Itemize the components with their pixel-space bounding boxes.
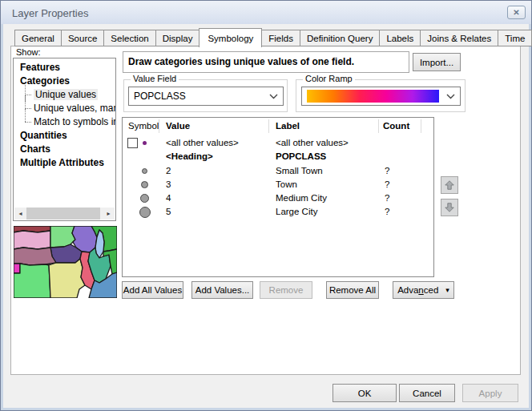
close-icon: ✕ [513,8,519,17]
point-symbol [139,207,151,218]
move-down-button[interactable] [441,199,458,216]
symbology-method-tree: Features Categories Unique values Unique… [13,58,116,221]
tree-item-multiple-attributes[interactable]: Multiple Attributes [14,156,115,170]
symbol-cell [134,191,155,205]
cell-count: ? [385,166,389,175]
move-up-button[interactable] [441,176,458,194]
point-symbol [141,181,148,188]
value-field-value: POPCLASS [134,91,186,102]
tree-item-features[interactable]: Features [14,61,115,75]
method-description: Draw categories using unique values of o… [123,51,409,73]
show-label: Show: [16,47,41,57]
tree-item-quantities[interactable]: Quantities [14,129,115,143]
tree-item-charts[interactable]: Charts [14,143,115,156]
advanced-label: Adva [397,285,418,295]
col-header-label: Label [276,121,300,131]
tree-horizontal-scrollbar[interactable]: ◂ ▸ [14,208,115,220]
tree-item-categories[interactable]: Categories [14,75,115,88]
tab-labels[interactable]: Labels [379,30,421,46]
apply-button[interactable]: Apply [462,384,518,402]
cell-value: 3 [166,179,171,189]
tab-joins-relates[interactable]: Joins & Relates [420,30,498,46]
scrollbar-thumb[interactable] [26,208,100,220]
remove-all-button[interactable]: Remove All [326,281,379,299]
add-values-button[interactable]: Add Values... [191,281,253,299]
value-field-label: Value Field [131,74,179,83]
state-shape [50,226,75,248]
cell-count: ? [385,179,389,189]
col-header-value: Value [166,121,190,131]
tab-time[interactable]: Time [498,30,532,46]
layer-preview-map [14,226,117,298]
table-row[interactable]: 2 Small Town ? [123,164,433,178]
cancel-button[interactable]: Cancel [399,384,455,402]
scroll-right-icon[interactable]: ▸ [103,210,115,217]
arrow-up-icon [444,179,455,191]
column-divider [159,119,159,133]
tab-bar: General Source Selection Display Symbolo… [14,28,532,46]
remove-button[interactable]: Remove [260,281,312,299]
all-other-values-symbol [143,141,147,145]
value-field-group: Value Field POPCLASS [123,79,288,112]
color-ramp-swatch [307,90,439,103]
cell-value: <all other values> [166,138,239,147]
state-shape [14,231,50,249]
color-ramp-group: Color Ramp [296,79,466,112]
color-ramp-label: Color Ramp [303,74,355,83]
tab-general[interactable]: General [14,30,62,46]
titlebar: Layer Properties ✕ [1,1,531,24]
chevron-down-icon [269,94,278,99]
tab-source[interactable]: Source [61,30,104,46]
tab-display[interactable]: Display [155,30,200,46]
scroll-left-icon[interactable]: ◂ [14,210,26,217]
table-row[interactable]: 4 Medium City ? [123,191,433,205]
advanced-button[interactable]: Advanced ▾ [393,281,454,299]
point-symbol [142,168,147,174]
symbology-tab-page: Show: Features Categories Unique values … [10,46,521,375]
tree-item-unique-values-many[interactable]: Unique values, many [14,102,115,115]
ok-button[interactable]: OK [332,384,397,402]
arrow-down-icon [444,202,455,213]
close-button[interactable]: ✕ [507,6,526,19]
symbol-cell [134,164,155,178]
table-row-all-other-values[interactable]: <all other values> <all other values> [123,136,433,150]
tab-selection[interactable]: Selection [103,30,155,46]
state-shape [14,248,56,265]
state-shape [14,264,20,273]
cell-value: 5 [166,207,171,216]
table-row[interactable]: 3 Town ? [123,178,433,191]
column-divider [421,119,421,133]
unique-values-table: Symbol Value Label Count <all other valu… [122,117,434,277]
cell-label: Medium City [276,193,327,203]
cell-count: ? [385,193,389,203]
caret-down-icon: ▾ [445,286,449,294]
column-divider [268,119,269,133]
add-all-values-button[interactable]: Add All Values [122,281,183,299]
cell-label: Large City [276,207,317,216]
symbol-cell [134,178,155,191]
cell-value: <Heading> [166,151,213,161]
state-shape [49,259,85,298]
tab-definition-query[interactable]: Definition Query [300,30,380,46]
table-row[interactable]: 5 Large City ? [123,205,433,219]
import-button[interactable]: Import... [413,53,461,71]
tab-symbology[interactable]: Symbology [199,28,262,47]
column-divider [378,119,379,133]
tree-item-match-symbols[interactable]: Match to symbols in a [14,115,115,129]
value-field-combo[interactable]: POPCLASS [128,87,284,106]
cell-value: 2 [166,166,171,175]
col-header-symbol: Symbol [128,121,159,131]
cell-value: 4 [166,193,171,203]
cell-count: ? [385,207,389,216]
tree-item-unique-values[interactable]: Unique values [14,88,115,102]
table-row-heading[interactable]: <Heading> POPCLASS [123,150,433,163]
all-other-values-checkbox[interactable] [127,138,138,148]
chevron-down-icon [446,94,455,99]
layer-properties-dialog: Layer Properties ✕ General Source Select… [0,0,532,411]
col-header-count: Count [383,121,409,131]
point-symbol [140,194,149,203]
cell-label: Small Town [276,166,323,175]
color-ramp-combo[interactable] [301,87,461,106]
tab-fields[interactable]: Fields [261,30,300,46]
cell-label: <all other values> [276,138,349,147]
